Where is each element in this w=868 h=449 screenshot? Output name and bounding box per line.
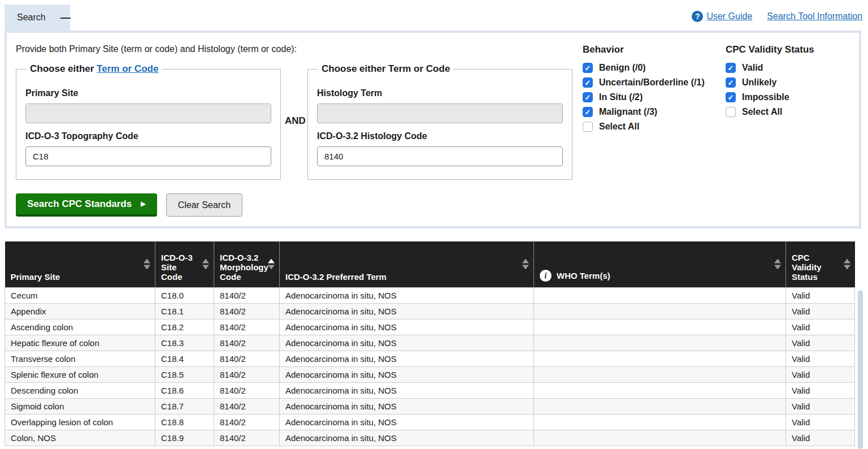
question-icon: ? bbox=[692, 11, 703, 22]
collapse-icon[interactable]: — bbox=[60, 15, 71, 20]
cell-preferred-term: Adenocarcinoma in situ, NOS bbox=[280, 430, 534, 446]
column-header-icdo32-morphology-code[interactable]: ICD-O-3.2 Morphology Code bbox=[214, 241, 280, 287]
search-cpc-standards-button[interactable]: Search CPC Standards ▶ bbox=[16, 193, 157, 217]
search-tool-information-link[interactable]: Search Tool Information bbox=[767, 11, 862, 21]
behavior-in-situ-checkbox[interactable]: ✓ In Situ (/2) bbox=[583, 92, 705, 102]
table-row[interactable]: Cecum C18.0 8140/2 Adenocarcinoma in sit… bbox=[5, 287, 855, 303]
vertical-scrollbar-thumb[interactable] bbox=[858, 290, 863, 449]
cell-preferred-term: Adenocarcinoma in situ, NOS bbox=[280, 319, 534, 335]
column-header-primary-site[interactable]: Primary Site bbox=[5, 241, 155, 287]
cell-primary-site: Hepatic flexure of colon bbox=[5, 335, 155, 351]
cell-who-terms bbox=[534, 351, 786, 366]
behavior-benign-checkbox[interactable]: ✓ Benign (/0) bbox=[583, 63, 705, 73]
search-panel: Provide both Primary Site (term or code)… bbox=[5, 31, 861, 228]
histology-fieldset: Choose either Term or Code Histology Ter… bbox=[307, 63, 572, 180]
cell-primary-site: Appendix bbox=[5, 303, 155, 319]
behavior-select-all-checkbox[interactable]: Select All bbox=[583, 122, 705, 132]
cell-site-code: C18.2 bbox=[155, 319, 214, 335]
right-arrow-icon: ▶ bbox=[141, 200, 145, 208]
cell-who-terms bbox=[534, 335, 786, 351]
sort-icons bbox=[844, 259, 850, 270]
cell-primary-site: Cecum bbox=[5, 287, 155, 303]
cell-site-code: C18.6 bbox=[155, 382, 214, 398]
cell-who-terms bbox=[534, 430, 786, 446]
cell-preferred-term: Adenocarcinoma in situ, NOS bbox=[280, 303, 534, 319]
cell-who-terms bbox=[534, 366, 786, 382]
histology-code-label: ICD-O-3.2 Histology Code bbox=[317, 131, 563, 141]
histology-legend: Choose either Term or Code bbox=[318, 63, 453, 75]
table-row[interactable]: Overlapping lesion of colon C18.8 8140/2… bbox=[5, 414, 855, 430]
histology-term-label: Histology Term bbox=[317, 88, 563, 98]
table-row[interactable]: Sigmoid colon C18.7 8140/2 Adenocarcinom… bbox=[5, 398, 855, 414]
validity-select-all-checkbox[interactable]: Select All bbox=[726, 107, 814, 117]
sort-icons bbox=[144, 259, 150, 270]
table-row[interactable]: Colon, NOS C18.9 8140/2 Adenocarcinoma i… bbox=[5, 430, 855, 446]
cell-who-terms bbox=[534, 303, 786, 319]
search-panel-tab[interactable]: Search — bbox=[5, 5, 70, 31]
cell-morphology-code: 8140/2 bbox=[214, 382, 280, 398]
column-header-cpc-validity-status[interactable]: CPC Validity Status bbox=[786, 241, 855, 287]
checkbox-icon[interactable]: ✓ bbox=[726, 77, 736, 88]
table-row[interactable]: Splenic flexure of colon C18.5 8140/2 Ad… bbox=[5, 366, 855, 382]
checkbox-icon[interactable]: ✓ bbox=[583, 63, 593, 73]
cell-site-code: C18.9 bbox=[155, 430, 214, 446]
behavior-malignant-checkbox[interactable]: ✓ Malignant (/3) bbox=[583, 107, 705, 117]
validity-impossible-checkbox[interactable]: ✓ Impossible bbox=[726, 92, 814, 102]
checkbox-icon[interactable]: ✓ bbox=[583, 92, 593, 102]
cell-morphology-code: 8140/2 bbox=[214, 414, 280, 430]
primary-site-fieldset: Choose either Term or Code Primary Site … bbox=[16, 63, 281, 180]
clear-search-button[interactable]: Clear Search bbox=[166, 193, 242, 217]
table-row[interactable]: Appendix C18.1 8140/2 Adenocarcinoma in … bbox=[5, 303, 855, 319]
table-row[interactable]: Hepatic flexure of colon C18.3 8140/2 Ad… bbox=[5, 335, 855, 351]
cell-site-code: C18.5 bbox=[155, 366, 214, 382]
instruction-text: Provide both Primary Site (term or code)… bbox=[16, 44, 297, 54]
primary-site-input[interactable] bbox=[25, 103, 271, 123]
cell-who-terms bbox=[534, 398, 786, 414]
primary-site-label: Primary Site bbox=[25, 88, 271, 98]
behavior-uncertain-borderline-checkbox[interactable]: ✓ Uncertain/Borderline (/1) bbox=[583, 77, 705, 88]
cell-preferred-term: Adenocarcinoma in situ, NOS bbox=[280, 351, 534, 366]
cell-who-terms bbox=[534, 319, 786, 335]
cell-site-code: C18.3 bbox=[155, 335, 214, 351]
sort-icons bbox=[202, 259, 209, 270]
table-row[interactable]: Transverse colon C18.4 8140/2 Adenocarci… bbox=[5, 351, 855, 366]
search-tab-label: Search bbox=[17, 12, 46, 23]
cell-validity-status: Valid bbox=[786, 319, 855, 335]
validity-unlikely-checkbox[interactable]: ✓ Unlikely bbox=[726, 77, 814, 88]
cell-validity-status: Valid bbox=[786, 303, 855, 319]
checkbox-icon[interactable]: ✓ bbox=[726, 92, 736, 102]
sort-icons bbox=[774, 259, 781, 270]
table-row[interactable]: Ascending colon C18.2 8140/2 Adenocarcin… bbox=[5, 319, 855, 335]
cell-site-code: C18.0 bbox=[155, 287, 214, 303]
checkbox-icon[interactable] bbox=[726, 107, 736, 117]
topography-code-input[interactable] bbox=[25, 146, 271, 166]
cell-validity-status: Valid bbox=[786, 382, 855, 398]
cell-morphology-code: 8140/2 bbox=[214, 335, 280, 351]
checkbox-icon[interactable] bbox=[583, 122, 593, 132]
table-row[interactable]: Descending colon C18.6 8140/2 Adenocarci… bbox=[5, 382, 855, 398]
cell-who-terms bbox=[534, 382, 786, 398]
cell-morphology-code: 8140/2 bbox=[214, 319, 280, 335]
cpc-validity-group: CPC Validity Status ✓ Valid ✓ Unlikely ✓… bbox=[726, 44, 814, 122]
cpc-validity-title: CPC Validity Status bbox=[726, 44, 814, 55]
topography-code-label: ICD-O-3 Topography Code bbox=[25, 131, 271, 141]
cell-primary-site: Overlapping lesion of colon bbox=[5, 414, 155, 430]
histology-term-input[interactable] bbox=[317, 103, 563, 123]
validity-valid-checkbox[interactable]: ✓ Valid bbox=[726, 63, 814, 73]
and-label: AND bbox=[285, 115, 306, 127]
checkbox-icon[interactable]: ✓ bbox=[583, 107, 593, 117]
cell-validity-status: Valid bbox=[786, 287, 855, 303]
checkbox-icon[interactable]: ✓ bbox=[726, 63, 736, 73]
cell-preferred-term: Adenocarcinoma in situ, NOS bbox=[280, 398, 534, 414]
cell-validity-status: Valid bbox=[786, 414, 855, 430]
cell-validity-status: Valid bbox=[786, 366, 855, 382]
column-header-who-terms[interactable]: iWHO Term(s) bbox=[534, 241, 786, 287]
cell-validity-status: Valid bbox=[786, 351, 855, 366]
checkbox-icon[interactable]: ✓ bbox=[583, 77, 593, 88]
term-or-code-link[interactable]: Term or Code bbox=[97, 63, 158, 74]
info-icon[interactable]: i bbox=[540, 270, 552, 282]
column-header-icdo32-preferred-term[interactable]: ICD-O-3.2 Preferred Term bbox=[280, 241, 534, 287]
histology-code-input[interactable] bbox=[317, 146, 563, 166]
column-header-icdo3-site-code[interactable]: ICD-O-3 Site Code bbox=[155, 241, 214, 287]
user-guide-link[interactable]: ?User Guide bbox=[692, 11, 752, 22]
